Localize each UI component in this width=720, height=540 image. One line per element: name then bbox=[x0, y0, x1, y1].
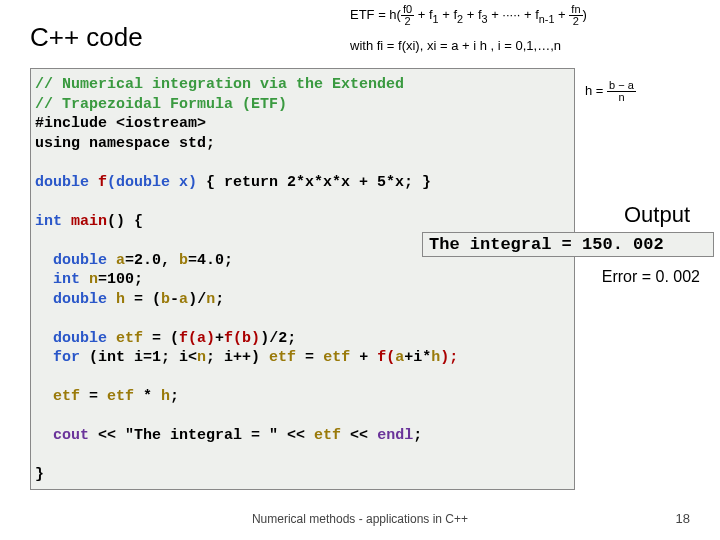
output-box: The integral = 150. 002 bbox=[422, 232, 714, 257]
code-panel: // Numerical integration via the Extende… bbox=[30, 68, 575, 490]
slide-title: C++ code bbox=[30, 22, 143, 53]
footer-text: Numerical methods - applications in C++ bbox=[252, 512, 468, 526]
page-number: 18 bbox=[676, 511, 690, 526]
output-error: Error = 0. 002 bbox=[602, 268, 700, 286]
handwriting-fi: with fi = f(xi), xi = a + i h , i = 0,1,… bbox=[350, 38, 561, 53]
handwriting-etf: ETF = h(f02 + f1 + f2 + f3 + ····· + fn-… bbox=[350, 4, 587, 27]
output-title: Output bbox=[624, 202, 690, 228]
handwriting-h: h = b − an bbox=[585, 80, 636, 103]
